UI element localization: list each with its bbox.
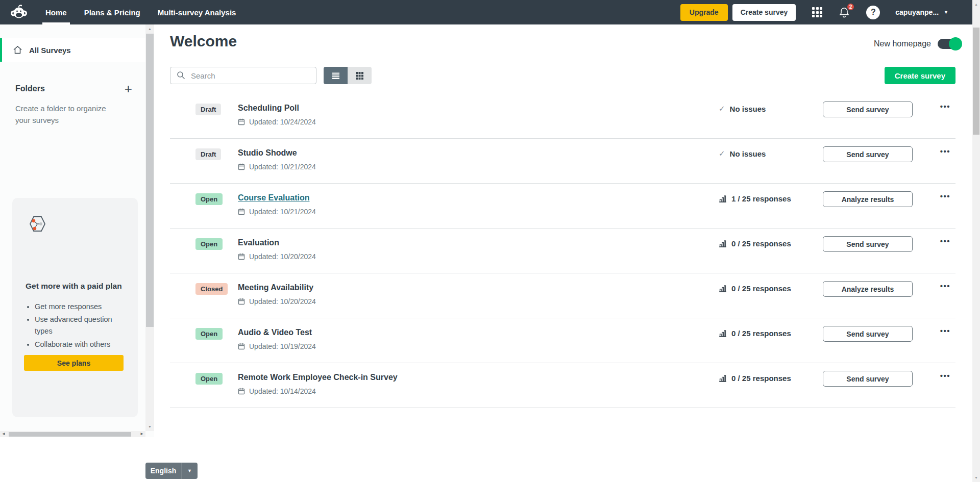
upsell-bullet: Use advanced question types: [35, 314, 119, 337]
upsell-card: Get more with a paid plan Get more respo…: [12, 198, 138, 417]
survey-status-badge-cell: Draft: [195, 94, 238, 138]
survey-action-cell: Send survey: [823, 363, 913, 408]
survey-menu-cell: •••: [935, 318, 955, 363]
scroll-down-icon[interactable]: ▼: [972, 476, 980, 479]
sidebar-item-all-surveys[interactable]: All Surveys: [0, 38, 145, 62]
survey-response-status: 0 / 25 responses: [719, 273, 823, 318]
account-menu[interactable]: capuyanpe... ▼: [895, 8, 948, 16]
survey-title[interactable]: Remote Work Employee Check-in Survey: [238, 373, 398, 382]
survey-title-cell: Audio & Video Test Updated: 10/19/2024: [238, 318, 719, 363]
see-plans-button[interactable]: See plans: [24, 355, 124, 371]
search-icon: [177, 71, 185, 80]
more-options-icon[interactable]: •••: [940, 326, 950, 335]
survey-menu-cell: •••: [935, 94, 955, 138]
survey-title[interactable]: Evaluation: [238, 238, 279, 247]
notifications-button[interactable]: 2: [839, 7, 850, 18]
survey-title[interactable]: Meeting Availability: [238, 283, 313, 292]
grid-view-button[interactable]: [348, 67, 372, 84]
status-badge: Closed: [195, 283, 228, 295]
calendar-icon: [238, 343, 245, 350]
survey-action-button[interactable]: Send survey: [823, 326, 913, 342]
create-survey-button[interactable]: Create survey: [885, 67, 955, 84]
survey-updated: Updated: 10/21/2024: [238, 163, 719, 171]
updated-date: Updated: 10/21/2024: [249, 208, 316, 216]
more-options-icon[interactable]: •••: [940, 282, 950, 290]
survey-action-button[interactable]: Analyze results: [823, 281, 913, 297]
chevron-down-icon: ▼: [944, 10, 948, 15]
question-icon: ?: [871, 8, 876, 17]
survey-updated: Updated: 10/20/2024: [238, 252, 719, 261]
status-badge: Open: [195, 238, 223, 250]
more-options-icon[interactable]: •••: [940, 237, 950, 245]
sidebar-vscroll-thumb[interactable]: [146, 34, 154, 327]
upsell-bullet-list: Get more responsesUse advanced question …: [27, 301, 119, 351]
scroll-up-icon[interactable]: ▲: [972, 3, 980, 6]
survey-row: Draft Studio Shodwe Updated: 10/21/2024 …: [170, 139, 955, 184]
survey-menu-cell: •••: [935, 229, 955, 273]
sidebar-hscroll-thumb[interactable]: [9, 432, 131, 437]
status-badge: Draft: [195, 148, 221, 160]
list-view-button[interactable]: [324, 67, 348, 84]
bar-chart-icon: [719, 195, 727, 202]
survey-status-badge-cell: Draft: [195, 139, 238, 183]
survey-status-badge-cell: Open: [195, 363, 238, 408]
language-selector[interactable]: English ▼: [145, 463, 198, 479]
sidebar-vertical-scrollbar[interactable]: ▲ ▼: [145, 24, 154, 431]
add-folder-button[interactable]: +: [125, 84, 132, 93]
survey-action-button[interactable]: Send survey: [823, 146, 913, 162]
survey-action-button[interactable]: Analyze results: [823, 191, 913, 207]
survey-title[interactable]: Scheduling Poll: [238, 104, 299, 113]
survey-action-cell: Analyze results: [823, 184, 913, 228]
survey-title[interactable]: Course Evaluation: [238, 193, 309, 202]
more-options-icon[interactable]: •••: [940, 147, 950, 156]
sidebar-horizontal-scrollbar[interactable]: ◄ ►: [0, 431, 145, 437]
survey-updated: Updated: 10/20/2024: [238, 297, 719, 306]
scroll-left-icon[interactable]: ◄: [2, 432, 6, 436]
status-badge: Draft: [195, 104, 221, 115]
survey-action-button[interactable]: Send survey: [823, 236, 913, 252]
nav-item-label: Plans & Pricing: [84, 8, 140, 17]
survey-action-button[interactable]: Send survey: [823, 371, 913, 387]
survey-title[interactable]: Studio Shodwe: [238, 148, 297, 158]
updated-date: Updated: 10/19/2024: [249, 342, 316, 350]
page-scrollbar-thumb[interactable]: [973, 28, 979, 135]
check-icon: ✓: [719, 105, 725, 113]
folders-title: Folders: [15, 84, 45, 93]
help-button[interactable]: ?: [866, 6, 880, 19]
new-homepage-label: New homepage: [874, 39, 931, 48]
nav-item[interactable]: Multi-survey Analysis: [149, 0, 245, 24]
language-label[interactable]: English: [145, 463, 182, 479]
more-options-icon[interactable]: •••: [940, 102, 950, 111]
survey-updated: Updated: 10/24/2024: [238, 118, 719, 126]
more-options-icon[interactable]: •••: [940, 371, 950, 380]
notification-badge: 2: [846, 3, 855, 11]
survey-action-cell: Send survey: [823, 318, 913, 363]
survey-action-button[interactable]: Send survey: [823, 102, 913, 117]
nav-item[interactable]: Home: [37, 0, 76, 24]
survey-response-status: ✓ No issues: [719, 139, 823, 183]
survey-title-cell: Meeting Availability Updated: 10/20/2024: [238, 273, 719, 318]
scroll-right-icon[interactable]: ►: [140, 432, 144, 436]
create-survey-nav-button[interactable]: Create survey: [732, 4, 796, 21]
check-icon: ✓: [719, 149, 725, 158]
survey-response-status: 0 / 25 responses: [719, 318, 823, 363]
primary-nav: Home Plans & Pricing Multi-survey Analys…: [37, 0, 244, 24]
nav-item[interactable]: Plans & Pricing: [76, 0, 149, 24]
nav-item-label: Multi-survey Analysis: [158, 8, 236, 17]
scroll-down-icon[interactable]: ▼: [145, 425, 154, 428]
calendar-icon: [238, 118, 245, 125]
survey-title[interactable]: Audio & Video Test: [238, 328, 312, 337]
surveymonkey-logo[interactable]: [7, 5, 31, 20]
survey-action-cell: Analyze results: [823, 273, 913, 318]
status-text: 0 / 25 responses: [731, 239, 791, 248]
survey-status-badge-cell: Open: [195, 184, 238, 228]
search-input[interactable]: [170, 67, 316, 84]
page-scrollbar[interactable]: ▲ ▼: [972, 0, 980, 482]
scroll-up-icon[interactable]: ▲: [145, 27, 154, 31]
upgrade-button[interactable]: Upgrade: [680, 4, 728, 21]
apps-grid-icon[interactable]: [812, 7, 822, 17]
language-caret-button[interactable]: ▼: [182, 463, 198, 479]
more-options-icon[interactable]: •••: [940, 192, 950, 200]
new-homepage-toggle[interactable]: [938, 39, 961, 49]
calendar-icon: [238, 253, 245, 260]
